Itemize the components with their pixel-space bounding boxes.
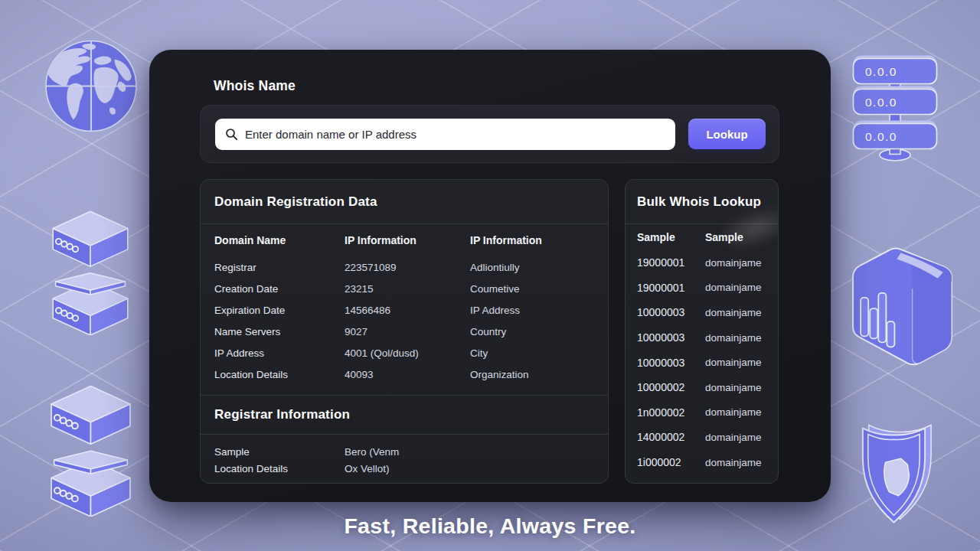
lookup-button[interactable]: Lookup [688, 119, 766, 149]
row-value: 23215 [345, 283, 470, 295]
bulk-whois-panel: Bulk Whois Lookup Sample Sample 19000001… [625, 179, 779, 484]
row-value: domainjame [705, 357, 766, 368]
domain-registration-panel: Domain Registration Data Domain Name IP … [200, 179, 609, 484]
column-header: IP Information [345, 234, 470, 246]
globe-icon [44, 39, 138, 133]
table-row: Sample Bero (Venm [214, 444, 594, 461]
row-label: Name Servers [214, 326, 345, 337]
row-value: IP Address [470, 305, 594, 316]
table-row: 10000003 domainjame [637, 300, 766, 325]
row-label: Sample [214, 446, 345, 458]
search-input-box [215, 119, 675, 150]
row-value: 223571089 [345, 262, 470, 273]
rack-label: 0.0.0 [865, 96, 897, 109]
bulk-table: Sample Sample 19000001 domainjame 190000… [626, 224, 778, 474]
table-row: Location Details Ox Vellot) [214, 461, 594, 478]
table-row: 10000002 domainjame [637, 375, 766, 400]
server-stack-icon [44, 208, 137, 335]
row-value: 19000001 [637, 282, 705, 294]
table-header-row: Domain Name IP Information IP Informatio… [214, 224, 594, 256]
search-input[interactable] [215, 119, 675, 150]
row-value: 14566486 [345, 305, 470, 316]
row-value: domainjame [705, 406, 766, 418]
row-value: 10000003 [637, 357, 705, 369]
row-value: domainjame [705, 307, 766, 318]
rack-label: 0.0.0 [865, 130, 897, 143]
row-value: Coumetive [470, 283, 594, 295]
table-row: 10000003 domainjame [637, 325, 766, 350]
search-bar: Lookup [200, 105, 779, 163]
row-value: 4001 (Qol/dusd) [345, 347, 470, 359]
registrar-info-title: Registrar Information [214, 407, 350, 422]
row-value: domainjame [705, 257, 766, 269]
bulk-whois-title: Bulk Whois Lookup [637, 194, 761, 210]
row-value: Bero (Venm [345, 446, 594, 458]
table-row: 10000003 domainjame [637, 350, 766, 375]
row-value: Adliontiully [470, 262, 594, 273]
table-row: 1n000002 domainjame [637, 400, 766, 425]
table-row: Creation Date 23215 Coumetive [214, 278, 594, 299]
ip-rack-icon: 0.0.0 0.0.0 0.0.0 [852, 54, 938, 165]
row-label: Location Details [214, 463, 345, 474]
table-row: Name Servers 9027 Country [214, 321, 594, 342]
bulk-whois-header: Bulk Whois Lookup [626, 180, 778, 224]
registrar-info-header: Registrar Information [214, 396, 594, 434]
chart-cube-icon [845, 243, 956, 367]
row-value: Organization [470, 369, 594, 380]
rack-label: 0.0.0 [865, 65, 897, 78]
domain-registration-header: Domain Registration Data [201, 180, 608, 224]
column-header: Domain Name [214, 234, 345, 246]
server-stack-icon [41, 383, 141, 517]
whois-card: Whois Name Lookup Domain Registration Da… [149, 50, 831, 502]
registration-table: Domain Name IP Information IP Informatio… [201, 224, 608, 477]
row-label: Location Details [214, 369, 345, 380]
row-value: 19000001 [637, 256, 705, 269]
table-row: 19000001 domainjame [637, 276, 766, 301]
row-value: domainjame [705, 382, 766, 393]
row-value: domainjame [705, 282, 766, 293]
scene: 0.0.0 0.0.0 0.0.0 Whois Name [0, 0, 980, 551]
row-value: 1i000002 [637, 456, 705, 468]
row-value: 10000003 [637, 306, 705, 318]
tagline: Fast, Reliable, Always Free. [0, 514, 980, 539]
table-row: 14000002 domainjame [637, 425, 766, 450]
row-label: Registrar [214, 262, 345, 273]
page-title: Whois Name [214, 77, 779, 94]
table-row: 19000001 domainjame [637, 250, 766, 276]
row-value: 10000003 [637, 331, 705, 344]
row-value: 9027 [345, 326, 470, 337]
column-header: Sample [637, 231, 705, 243]
row-value: 14000002 [637, 431, 705, 443]
row-label: Creation Date [214, 283, 345, 295]
row-value: 1n000002 [637, 406, 705, 419]
row-value: 40093 [345, 369, 470, 380]
row-label: Expiration Date [214, 305, 345, 316]
row-value: 10000002 [637, 381, 705, 393]
row-value: domainjame [705, 457, 766, 468]
row-label: IP Address [214, 347, 345, 359]
row-value: domainjame [705, 332, 766, 344]
table-row: Location Details 40093 Organization [214, 364, 594, 385]
domain-registration-title: Domain Registration Data [214, 194, 377, 210]
row-value: domainjame [705, 432, 766, 443]
column-header: IP Information [470, 234, 594, 246]
column-header: Sample [705, 231, 766, 243]
table-header-row: Sample Sample [637, 224, 766, 250]
table-row: IP Address 4001 (Qol/dusd) City [214, 342, 594, 364]
row-value: Country [470, 326, 594, 337]
table-row: 1i000002 domainjame [637, 450, 766, 475]
table-row: Registrar 223571089 Adliontiully [214, 256, 594, 278]
panels-row: Domain Registration Data Domain Name IP … [200, 179, 779, 484]
table-row: Expiration Date 14566486 IP Address [214, 299, 594, 321]
registrar-info-rows: Sample Bero (Venm Location Details Ox Ve… [214, 435, 594, 477]
row-value: City [470, 347, 594, 359]
row-value: Ox Vellot) [345, 463, 594, 474]
